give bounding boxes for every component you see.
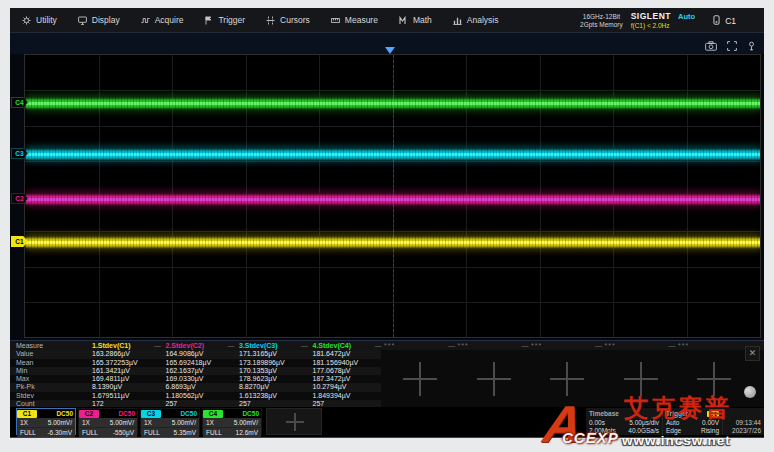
- channel-scale: 5.00mV/: [172, 419, 196, 426]
- measure-value: 171.3165µV: [239, 350, 277, 358]
- menu-item-label: Display: [92, 15, 120, 25]
- menu-item-trigger[interactable]: Trigger: [204, 15, 245, 25]
- measure-value: 1.849394µV: [313, 392, 351, 400]
- add-measurement-button[interactable]: [403, 362, 437, 396]
- channel-probe: 1X: [20, 419, 28, 426]
- channel-box-c2[interactable]: C2DC501X5.00mV/FULL-550µV: [78, 408, 138, 435]
- active-channel-label: C1: [725, 16, 736, 26]
- menu-item-display[interactable]: Display: [78, 15, 120, 25]
- status-cluster: 16GHz-12Bit 2Gpts Memory SIGLENT Auto f(…: [580, 8, 736, 33]
- measure-empty-header: ***: [531, 342, 542, 350]
- page: { "menu": { "items": [ {"label": "Utilit…: [0, 0, 774, 452]
- trigger-position-indicator[interactable]: [385, 47, 395, 54]
- measure-close-button[interactable]: ✕: [745, 346, 760, 361]
- measure-value: 169.0330µV: [166, 375, 204, 383]
- analysis-icon: [453, 16, 462, 25]
- trace-c1[interactable]: [25, 235, 761, 249]
- channel-offset: -6.30mV: [47, 429, 72, 436]
- trace-c2[interactable]: [25, 192, 761, 206]
- display-icon: [78, 16, 87, 25]
- measure-value: 169.4811µV: [92, 375, 129, 383]
- menu-item-label: Utility: [36, 15, 57, 25]
- timebase-sample-rate: 40.0GSa/s: [628, 427, 659, 434]
- channel-scale: 5.00mV/: [48, 419, 72, 426]
- measure-value: 173.189896µV: [239, 359, 285, 367]
- trigger-mode: Auto: [666, 419, 679, 426]
- add-measurement-button[interactable]: [697, 362, 731, 396]
- spec-bandwidth: 16GHz-12Bit: [580, 13, 623, 21]
- trigger-type: Edge: [666, 427, 681, 434]
- clock: 09:13:44 2023/7/26: [722, 408, 764, 435]
- menu-item-utility[interactable]: Utility: [22, 15, 57, 25]
- channel-offset: 12.6mV: [236, 429, 258, 436]
- menu-item-math[interactable]: Math: [399, 15, 432, 25]
- touch-icon[interactable]: [747, 37, 756, 55]
- gear-icon: [22, 16, 31, 25]
- measure-column-header[interactable]: 2.Stdev(C2): [166, 342, 205, 350]
- waveform-grid[interactable]: [24, 54, 761, 338]
- measure-value: 165.372253µV: [92, 359, 138, 367]
- trace-c4[interactable]: [25, 96, 761, 110]
- timebase-label: Timebase: [589, 410, 619, 417]
- measure-value: 178.9623µV: [239, 375, 277, 383]
- measure-value: 164.9086µV: [166, 350, 204, 358]
- channel-coupling: DC50: [242, 410, 259, 417]
- trigger-frequency-readout: f(C1) < 2.0Hz: [631, 21, 695, 30]
- trigger-label: Trigger: [666, 410, 688, 417]
- add-measurement-button[interactable]: [550, 362, 584, 396]
- measure-empty-header: ***: [678, 342, 689, 350]
- trigger-descriptor[interactable]: Trigger C1 Auto 0.00V Edge Rising: [662, 408, 722, 435]
- channel-offset: -550µV: [113, 429, 134, 436]
- timebase-points: 2.00Mpts: [589, 427, 616, 434]
- active-channel-indicator[interactable]: C1: [713, 15, 736, 27]
- channel-bandwidth: FULL: [82, 429, 98, 436]
- channel-bandwidth: FULL: [206, 429, 222, 436]
- acquisition-mode-badge[interactable]: Auto: [678, 12, 695, 21]
- channel-box-c3[interactable]: C3DC501X5.00mV/FULL5.35mV: [140, 408, 200, 435]
- menu-item-measure[interactable]: Measure: [331, 15, 378, 25]
- camera-icon[interactable]: [705, 37, 717, 55]
- timebase-trigger-panel: Timebase 0.00s 5.00µs/div 2.00Mpts 40.0G…: [586, 408, 764, 435]
- measure-value: 1.679511µV: [92, 392, 129, 400]
- channel-box-c1[interactable]: C1DC501X5.00mV/FULL-6.30mV: [16, 408, 76, 435]
- measure-value: 6.8693µV: [166, 383, 196, 391]
- add-measurement-button[interactable]: [477, 362, 511, 396]
- add-measurement-button[interactable]: [624, 362, 658, 396]
- channel-scale: 5.00mV/: [234, 419, 258, 426]
- menu-item-acquire[interactable]: Acquire: [141, 15, 184, 25]
- clock-date: 2023/7/26: [732, 427, 761, 434]
- expand-icon[interactable]: [727, 37, 737, 55]
- channel-probe: 1X: [206, 419, 214, 426]
- menu-item-cursors[interactable]: Cursors: [266, 15, 310, 25]
- brand-box: SIGLENT Auto f(C1) < 2.0Hz: [631, 11, 695, 30]
- channel-probe: 1X: [144, 419, 152, 426]
- trace-c3[interactable]: [25, 147, 761, 161]
- menu-item-label: Analysis: [467, 15, 499, 25]
- measure-value: 1.180562µV: [166, 392, 204, 400]
- timebase-scale: 5.00µs/div: [629, 419, 659, 426]
- spec-memory: 2Gpts Memory: [580, 21, 623, 29]
- measure-empty-header: ***: [384, 342, 395, 350]
- clock-time: 09:13:44: [736, 419, 761, 426]
- channel-bandwidth: FULL: [144, 429, 160, 436]
- timebase-descriptor[interactable]: Timebase 0.00s 5.00µs/div 2.00Mpts 40.0G…: [586, 408, 662, 435]
- trigger-source-badge: C1: [707, 411, 719, 417]
- measure-row-label: Min: [16, 367, 27, 375]
- menu-item-analysis[interactable]: Analysis: [453, 15, 499, 25]
- channel-badge: C4: [203, 410, 223, 418]
- measure-column-header[interactable]: 4.Stdev(C4): [313, 342, 352, 350]
- channel-box-c4[interactable]: C4DC501X5.00mV/FULL12.6mV: [202, 408, 262, 435]
- add-channel-button[interactable]: [266, 408, 322, 435]
- measure-column-header[interactable]: 1.Stdev(C1): [92, 342, 131, 350]
- acquire-icon: [141, 16, 150, 25]
- measure-value: 163.2866µV: [92, 350, 130, 358]
- measure-value: 161.3421µV: [92, 367, 130, 375]
- measure-value: 8.1390µV: [92, 383, 122, 391]
- brand-logo: SIGLENT: [631, 11, 671, 21]
- timebase-delay: 0.00s: [589, 419, 605, 426]
- math-icon: [399, 16, 408, 25]
- measure-corner-label: Measure: [16, 342, 43, 350]
- menu-item-label: Trigger: [218, 15, 245, 25]
- measure-column-header[interactable]: 3.Stdev(C3): [239, 342, 278, 350]
- channel-strip: C1DC501X5.00mV/FULL-6.30mVC2DC501X5.00mV…: [10, 407, 764, 437]
